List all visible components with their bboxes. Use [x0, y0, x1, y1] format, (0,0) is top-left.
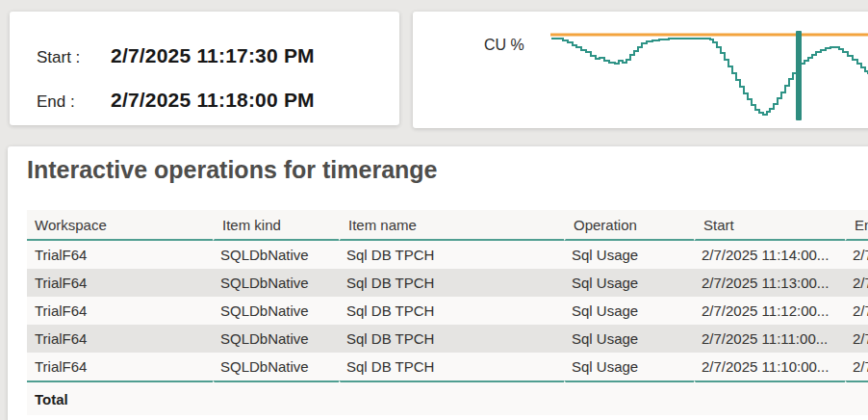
cell[interactable]: TrialF64 — [27, 269, 213, 297]
operations-table: WorkspaceItem kindItem nameOperationStar… — [27, 210, 868, 415]
table-row: TrialF64SQLDbNativeSql DB TPCHSql Usage2… — [27, 325, 868, 353]
column-header-start[interactable]: Start — [694, 210, 845, 241]
total-cell — [564, 381, 694, 415]
cell[interactable]: Sql DB TPCH — [339, 269, 564, 297]
table-body: TrialF64SQLDbNativeSql DB TPCHSql Usage2… — [27, 241, 868, 381]
total-cell — [213, 381, 339, 415]
cell[interactable]: 2/7/2025 — [845, 241, 868, 269]
cell[interactable]: Sql DB TPCH — [339, 325, 564, 353]
cell[interactable]: 2/7/2025 — [845, 269, 868, 297]
cell[interactable]: 2/7/2025 11:14:00... — [694, 241, 845, 269]
cell[interactable]: TrialF64 — [27, 325, 213, 353]
cell[interactable]: SQLDbNative — [213, 325, 339, 353]
start-value: 2/7/2025 11:17:30 PM — [111, 44, 315, 67]
cell[interactable]: Sql DB TPCH — [339, 297, 564, 325]
table-title: Interactive operations for timerange — [27, 156, 438, 184]
total-cell — [694, 381, 845, 415]
cell[interactable]: SQLDbNative — [213, 241, 339, 269]
table-row: TrialF64SQLDbNativeSql DB TPCHSql Usage2… — [27, 297, 868, 325]
cell[interactable]: Sql Usage — [564, 269, 694, 297]
cell[interactable]: Sql Usage — [564, 325, 694, 353]
start-row: Start : 2/7/2025 11:17:30 PM — [37, 44, 315, 67]
cell[interactable]: SQLDbNative — [213, 269, 339, 297]
cell[interactable]: SQLDbNative — [213, 297, 339, 325]
column-header-workspace[interactable]: Workspace — [27, 210, 213, 241]
cell[interactable]: Sql Usage — [564, 297, 694, 325]
cell[interactable]: Sql DB TPCH — [339, 241, 564, 269]
cell[interactable]: Sql DB TPCH — [339, 353, 564, 381]
total-cell — [339, 381, 564, 415]
operations-card: Interactive operations for timerange Wor… — [8, 146, 868, 420]
cell[interactable]: TrialF64 — [27, 353, 213, 381]
cell[interactable]: TrialF64 — [27, 241, 213, 269]
cell[interactable]: Sql Usage — [564, 353, 694, 381]
cell[interactable]: 2/7/2025 11:11:00... — [694, 325, 845, 353]
cu-chart[interactable] — [413, 12, 868, 128]
table-header-row: WorkspaceItem kindItem nameOperationStar… — [27, 210, 868, 241]
total-label: Total — [27, 381, 213, 415]
column-header-item-kind[interactable]: Item kind — [213, 210, 339, 241]
cell[interactable]: 2/7/2025 11:13:00... — [694, 269, 845, 297]
cell[interactable]: SQLDbNative — [213, 353, 339, 381]
cu-series-line — [551, 39, 868, 115]
timerange-card: Start : 2/7/2025 11:17:30 PM End : 2/7/2… — [10, 12, 399, 125]
total-cell — [845, 381, 868, 415]
column-header-operation[interactable]: Operation — [564, 210, 694, 241]
table-row: TrialF64SQLDbNativeSql DB TPCHSql Usage2… — [27, 269, 868, 297]
column-header-end[interactable]: End — [845, 210, 868, 241]
table-row: TrialF64SQLDbNativeSql DB TPCHSql Usage2… — [27, 241, 868, 269]
cell[interactable]: 2/7/2025 11:12:00... — [694, 297, 845, 325]
cell[interactable]: 2/7/2025 — [845, 325, 868, 353]
end-row: End : 2/7/2025 11:18:00 PM — [37, 89, 315, 112]
cell[interactable]: 2/7/2025 — [845, 353, 868, 381]
end-label: End : — [37, 92, 111, 112]
cell[interactable]: 2/7/2025 — [845, 297, 868, 325]
cu-chart-card: CU % — [413, 12, 868, 128]
table-row: TrialF64SQLDbNativeSql DB TPCHSql Usage2… — [27, 353, 868, 381]
cell[interactable]: Sql Usage — [564, 241, 694, 269]
column-header-item-name[interactable]: Item name — [339, 210, 564, 241]
cell[interactable]: 2/7/2025 11:10:00... — [694, 353, 845, 381]
end-value: 2/7/2025 11:18:00 PM — [111, 89, 315, 112]
cell[interactable]: TrialF64 — [27, 297, 213, 325]
total-row: Total — [27, 381, 868, 415]
selection-bar[interactable] — [796, 31, 802, 120]
start-label: Start : — [37, 48, 111, 67]
